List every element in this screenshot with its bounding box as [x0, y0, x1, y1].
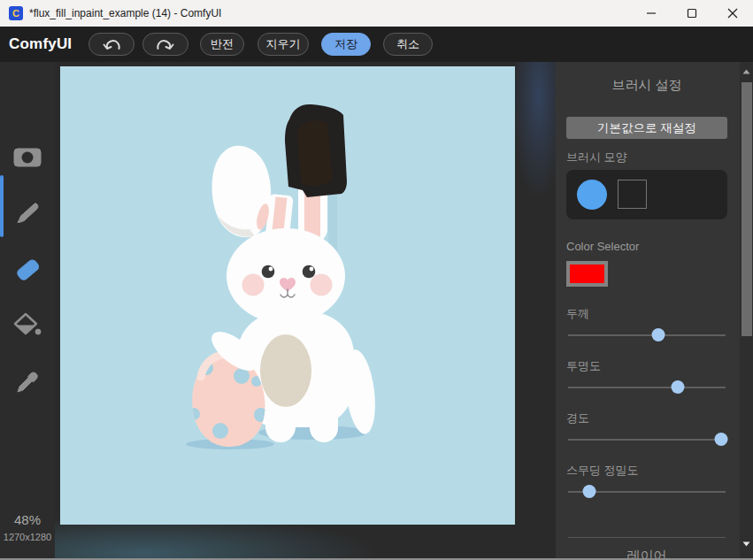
opacity-slider-track[interactable] [568, 387, 726, 388]
section-divider [568, 537, 726, 538]
tool-mask-preview[interactable] [0, 138, 55, 177]
invert-button[interactable]: 반전 [200, 33, 244, 56]
tool-fill-bucket[interactable] [0, 306, 55, 345]
smoothing-precision-label: 스무딩 정밀도 [566, 463, 639, 479]
titlebar: C *flux_fill_inpaint_example (14) - Comf… [0, 0, 753, 27]
color-swatch-fill [570, 265, 604, 283]
save-button[interactable]: 저장 [321, 33, 371, 56]
scrollbar-thumb[interactable] [741, 82, 752, 336]
opacity-label: 투명도 [566, 358, 601, 374]
tool-brush[interactable] [0, 195, 55, 234]
reset-defaults-button[interactable]: 기본값으로 재설정 [566, 117, 727, 139]
bunny-illustration [60, 66, 515, 525]
paint-canvas[interactable] [60, 66, 515, 525]
background-blur-blob [513, 62, 556, 195]
brush-icon [14, 201, 41, 227]
hardness-slider-thumb[interactable] [714, 433, 727, 446]
brush-shape-label: 브러시 모양 [566, 150, 627, 165]
brush-shape-selector [566, 170, 727, 219]
scrollbar-down-button[interactable] [740, 538, 753, 550]
window-title: *flux_fill_inpaint_example (14) - ComfyU… [29, 0, 221, 27]
smoothing-precision-slider-group: 스무딩 정밀도 [566, 463, 727, 505]
color-swatch[interactable] [566, 261, 608, 287]
toolbar: ComfyUI 반전 지우기 저장 취소 [0, 27, 753, 62]
opacity-slider-group: 투명도 [566, 358, 727, 401]
panel-scrollbar[interactable] [740, 62, 753, 560]
thickness-slider-thumb[interactable] [651, 328, 665, 341]
maximize-button[interactable] [672, 0, 712, 27]
panel-title: 브러시 설정 [566, 77, 727, 94]
tool-eraser[interactable] [0, 250, 55, 289]
undo-icon [101, 35, 122, 53]
color-selector-label: Color Selector [566, 240, 639, 253]
smoothing-precision-slider-thumb[interactable] [582, 485, 595, 498]
comfyui-logo-icon: C [9, 6, 23, 20]
thickness-label: 두께 [566, 306, 589, 322]
eraser-icon [12, 255, 42, 285]
minimize-icon [646, 8, 657, 19]
mask-preview-icon [12, 145, 43, 170]
close-button[interactable] [712, 0, 753, 27]
minimize-button[interactable] [631, 0, 672, 27]
layer-section-title: 레이어 [566, 548, 727, 560]
canvas-resolution: 1270x1280 [0, 532, 55, 542]
redo-icon [155, 35, 176, 53]
cancel-button[interactable]: 취소 [383, 33, 433, 56]
close-icon [727, 8, 738, 19]
undo-button[interactable] [88, 33, 134, 56]
clear-button[interactable]: 지우기 [257, 33, 309, 56]
brand-label: ComfyUI [9, 27, 72, 62]
brush-shape-square-option[interactable] [618, 180, 647, 209]
opacity-slider-thumb[interactable] [671, 380, 684, 394]
hardness-slider-track[interactable] [568, 439, 726, 441]
hardness-label: 경도 [566, 410, 589, 426]
thickness-slider-track[interactable] [568, 334, 726, 336]
brush-shape-circle-option[interactable] [577, 180, 607, 210]
scroll-up-icon [742, 69, 750, 74]
thickness-slider-group: 두께 [566, 306, 727, 349]
scrollbar-up-button[interactable] [740, 65, 753, 78]
brush-settings-panel: 브러시 설정 기본값으로 재설정 브러시 모양 Color Selector 두… [556, 62, 753, 560]
tool-color-picker[interactable] [0, 363, 55, 402]
maximize-icon [687, 8, 697, 19]
color-picker-icon [14, 369, 41, 395]
scroll-down-icon [742, 541, 750, 547]
mask-editor-window: C *flux_fill_inpaint_example (14) - Comf… [0, 0, 753, 560]
hardness-slider-group: 경도 [566, 410, 727, 453]
redo-button[interactable] [142, 33, 188, 56]
fill-bucket-icon [12, 311, 43, 340]
zoom-percent: 48% [0, 512, 55, 527]
tool-sidebar: 48% 1270x1280 [0, 62, 55, 560]
